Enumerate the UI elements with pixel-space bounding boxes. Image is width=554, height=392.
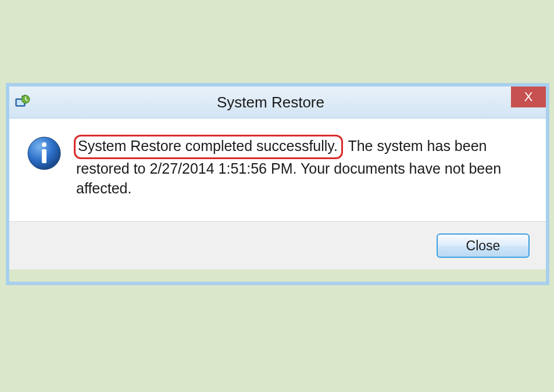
system-restore-dialog: System Restore X System Restore complete… — [9, 87, 546, 269]
dialog-title: System Restore — [30, 93, 546, 112]
titlebar: System Restore X — [9, 87, 546, 118]
dialog-content: System Restore completed successfully. T… — [9, 118, 546, 221]
svg-rect-6 — [42, 149, 47, 163]
info-icon — [27, 136, 62, 173]
close-button[interactable]: Close — [437, 233, 530, 258]
close-icon[interactable]: X — [511, 87, 546, 107]
dialog-message: System Restore completed successfully. T… — [76, 135, 530, 198]
svg-point-5 — [42, 142, 47, 147]
message-highlighted: System Restore completed successfully. — [74, 135, 343, 159]
dialog-footer: Close — [9, 221, 546, 269]
system-restore-icon — [15, 95, 30, 110]
